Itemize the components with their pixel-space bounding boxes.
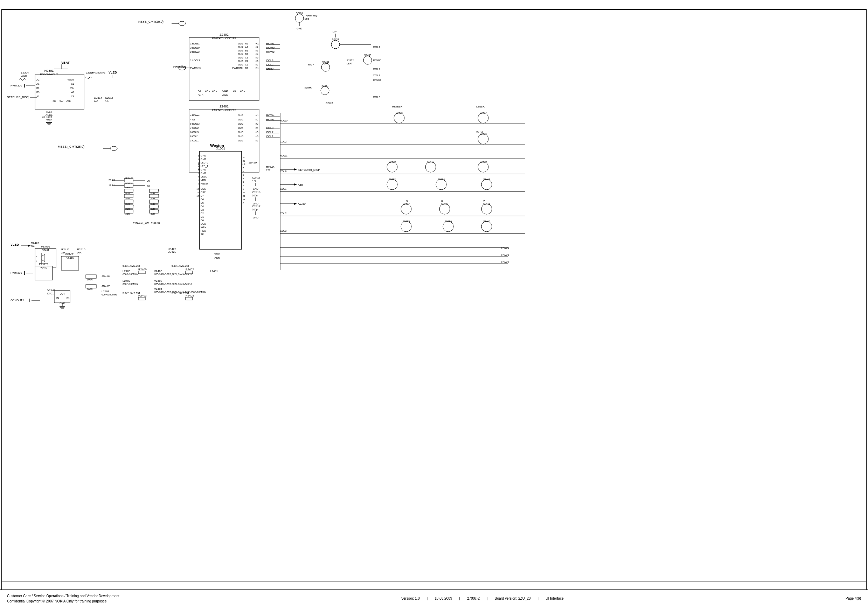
svg-text:COL2: COL2 — [373, 68, 380, 71]
svg-text:GND: GND — [59, 302, 65, 305]
footer-sep3: | — [487, 596, 488, 600]
svg-text:R2411: R2411 — [61, 248, 70, 251]
svg-rect-336 — [124, 205, 133, 208]
svg-rect-339 — [149, 205, 158, 208]
svg-text:Out7: Out7 — [238, 139, 243, 142]
svg-point-207 — [443, 221, 453, 232]
svg-text:S2406: S2406 — [480, 133, 487, 135]
svg-text:D1: D1 — [201, 216, 204, 218]
svg-text:JD7B: JD7B — [266, 68, 272, 70]
svg-text:4 ROW4: 4 ROW4 — [190, 114, 200, 116]
svg-rect-324 — [124, 194, 133, 198]
svg-text:OK: OK — [324, 62, 327, 65]
footer-sep2: | — [459, 596, 460, 600]
svg-rect-387 — [186, 271, 192, 274]
svg-text:V2440: V2440 — [67, 257, 73, 259]
svg-text:ROW2: ROW2 — [266, 50, 275, 54]
svg-text:GND: GND — [214, 257, 220, 259]
svg-text:L2403: L2403 — [102, 290, 110, 293]
svg-text:S2411: S2411 — [483, 203, 490, 205]
svg-text:A2: A2 — [198, 90, 201, 92]
svg-text:ROW3: ROW3 — [266, 118, 275, 121]
svg-text:D2: D2 — [201, 212, 204, 215]
svg-point-201 — [481, 204, 492, 214]
svg-text:GND: GND — [253, 202, 259, 205]
svg-text:ROW0: ROW0 — [266, 46, 275, 50]
svg-text:V2402: V2402 — [154, 279, 163, 282]
svg-text:GND: GND — [201, 158, 206, 160]
svg-text:n6: n6 — [256, 60, 259, 62]
svg-text:LED_1: LED_1 — [201, 165, 208, 168]
svg-text:S2419: S2419 — [480, 161, 487, 163]
svg-text:21: 21 — [243, 160, 245, 162]
svg-text:N2401: N2401 — [42, 249, 50, 251]
svg-text:C2314: C2314 — [94, 96, 102, 99]
svg-text:ROW1: ROW1 — [373, 79, 382, 82]
svg-text:ROW3: ROW3 — [501, 254, 510, 257]
svg-text:COL2: COL2 — [266, 130, 273, 134]
svg-text:B1: B1 — [245, 50, 248, 52]
svg-rect-0 — [0, 8, 868, 599]
svg-text:D0: D0 — [201, 219, 204, 221]
svg-text:VLED: VLED — [108, 71, 117, 74]
svg-text:7 COL2: 7 COL2 — [190, 127, 198, 129]
svg-text:S2401: S2401 — [296, 12, 303, 14]
svg-text:GND: GND — [205, 90, 211, 92]
svg-text:12: 12 — [197, 188, 199, 190]
svg-text:Out7: Out7 — [238, 63, 243, 66]
svg-text:5.6V/1.5V:0.05J: 5.6V/1.5V:0.05J — [122, 292, 140, 294]
svg-text:S2431: S2431 — [321, 84, 329, 87]
svg-text:A2: A2 — [36, 78, 40, 81]
svg-point-159 — [321, 87, 329, 95]
svg-text:13: 13 — [197, 192, 199, 194]
svg-rect-376 — [86, 275, 96, 278]
svg-text:B1: B1 — [67, 297, 70, 299]
svg-text:C2: C2 — [245, 60, 248, 62]
svg-text:D7: D7 — [201, 195, 204, 197]
svg-text:COL0: COL0 — [280, 170, 287, 173]
svg-text:8 COL1: 8 COL1 — [190, 135, 198, 138]
svg-text:S2420: S2420 — [445, 220, 452, 223]
svg-text:RIGHT: RIGHT — [308, 63, 316, 66]
svg-text:7: 7 — [483, 200, 485, 203]
svg-point-165 — [394, 113, 405, 123]
svg-text:w1: w1 — [255, 42, 259, 45]
svg-text:CSX: CSX — [201, 187, 206, 190]
svg-text:Out1: Out1 — [238, 114, 243, 116]
svg-text:VAUX: VAUX — [298, 203, 306, 206]
svg-text:Out1: Out1 — [238, 42, 243, 45]
svg-text:n5: n5 — [256, 131, 259, 133]
svg-point-136 — [295, 14, 304, 22]
svg-text:COL1: COL1 — [280, 187, 287, 190]
svg-text:V2400: V2400 — [154, 269, 163, 273]
svg-text:COL3: COL3 — [266, 126, 273, 130]
svg-text:22: 22 — [243, 192, 245, 194]
svg-text:BD6607AOUT: BD6607AOUT — [40, 73, 58, 76]
svg-text:LED_0: LED_0 — [201, 161, 208, 164]
svg-text:Out3: Out3 — [238, 50, 243, 52]
svg-rect-1 — [35, 74, 84, 109]
svg-text:0.0: 0.0 — [105, 100, 108, 102]
svg-text:R2403: R2403 — [138, 294, 147, 297]
svg-text:B3: B3 — [36, 91, 40, 93]
svg-text:GND: GND — [214, 252, 220, 255]
svg-text:PWM300: PWM300 — [11, 84, 22, 87]
svg-text:w1: w1 — [255, 114, 259, 116]
svg-text:S2412: S2412 — [389, 178, 396, 181]
svg-text:GND: GND — [201, 154, 206, 157]
svg-text:5 ROW3: 5 ROW3 — [190, 122, 200, 125]
svg-text:C1: C1 — [71, 83, 74, 85]
svg-text:C3: C3 — [233, 90, 236, 92]
svg-text:UP: UP — [333, 31, 336, 34]
svg-text:PWM300: PWM300 — [11, 271, 22, 274]
svg-text:18: 18 — [243, 164, 245, 166]
svg-point-172 — [478, 134, 488, 144]
svg-point-142 — [331, 40, 339, 49]
svg-text:RDX: RDX — [201, 230, 206, 232]
svg-text:SW: SW — [59, 100, 64, 102]
svg-text:DCX: DCX — [201, 223, 206, 225]
svg-text:ROW2: ROW2 — [501, 261, 510, 264]
svg-text:3 COL1: 3 COL1 — [190, 139, 198, 142]
svg-text:A1: A1 — [36, 83, 40, 85]
svg-text:CSZ: CSZ — [201, 191, 206, 194]
